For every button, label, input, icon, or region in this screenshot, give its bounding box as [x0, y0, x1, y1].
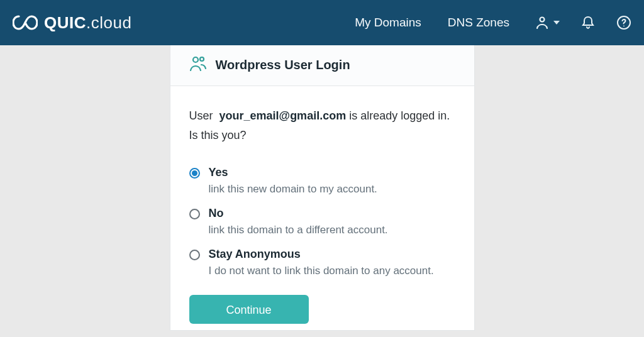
login-card: Wordpress User Login User your_email@gma…	[170, 45, 475, 331]
logo-text-bold: QUIC	[44, 13, 86, 32]
help-button[interactable]	[616, 15, 631, 30]
options-group: Yes link this new domain to my account. …	[189, 166, 455, 277]
account-menu[interactable]	[535, 15, 560, 30]
option-anonymous[interactable]: Stay Anonymous I do not want to link thi…	[189, 248, 455, 277]
logo-text: QUIC.cloud	[44, 13, 131, 33]
radio-icon	[189, 250, 200, 260]
chevron-down-icon	[553, 21, 560, 25]
option-desc: link this domain to a different account.	[209, 224, 388, 236]
card-header: Wordpress User Login	[170, 45, 474, 86]
continue-button[interactable]: Continue	[189, 295, 309, 324]
svg-point-0	[540, 18, 545, 22]
prompt-email: your_email@gmail.com	[219, 109, 347, 122]
infinity-icon	[13, 14, 38, 31]
header-icon-row	[535, 15, 631, 30]
svg-point-4	[200, 57, 204, 61]
notifications-button[interactable]	[581, 15, 595, 30]
top-nav: My Domains DNS Zones	[355, 16, 509, 30]
bell-icon	[581, 15, 595, 30]
logo[interactable]: QUIC.cloud	[13, 13, 355, 33]
svg-point-3	[193, 57, 198, 62]
user-icon	[535, 15, 550, 30]
login-prompt: User your_email@gmail.com is already log…	[189, 106, 455, 145]
radio-icon	[189, 209, 200, 219]
logo-text-thin: .cloud	[86, 13, 131, 32]
top-header: QUIC.cloud My Domains DNS Zones	[0, 0, 644, 45]
svg-point-2	[623, 25, 625, 26]
option-label: Yes	[209, 166, 377, 179]
option-no[interactable]: No link this domain to a different accou…	[189, 207, 455, 236]
option-desc: I do not want to link this domain to any…	[209, 265, 434, 277]
help-icon	[616, 15, 631, 30]
card-body: User your_email@gmail.com is already log…	[170, 86, 474, 330]
nav-my-domains[interactable]: My Domains	[355, 16, 421, 30]
option-desc: link this new domain to my account.	[209, 183, 377, 196]
option-yes[interactable]: Yes link this new domain to my account.	[189, 166, 455, 196]
radio-icon	[189, 168, 200, 179]
card-title: Wordpress User Login	[216, 58, 350, 72]
option-label: No	[209, 207, 388, 220]
option-label: Stay Anonymous	[209, 248, 434, 261]
users-icon	[189, 55, 207, 74]
nav-dns-zones[interactable]: DNS Zones	[448, 16, 509, 30]
prompt-user-label: User	[189, 109, 213, 122]
